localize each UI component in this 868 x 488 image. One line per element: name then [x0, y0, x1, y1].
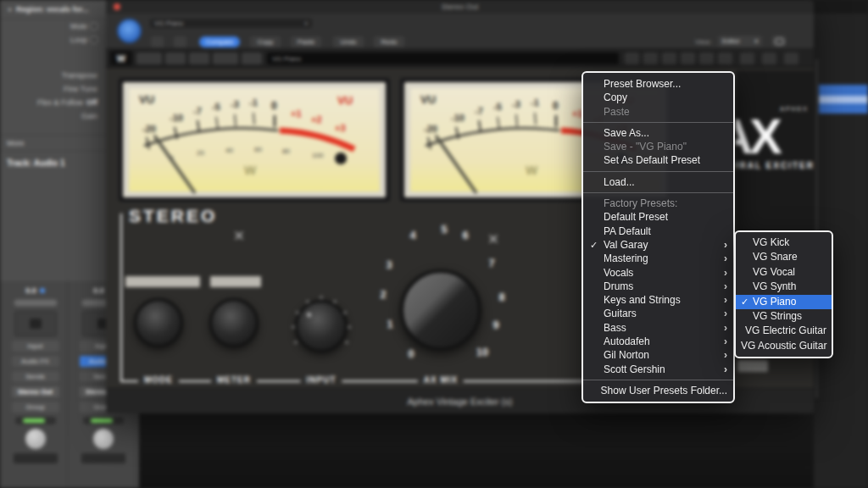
serial-text-blob: [737, 360, 768, 372]
menu-item-mastering[interactable]: Mastering›: [583, 252, 733, 265]
submenu-item-vg-piano[interactable]: ✓VG Piano: [736, 295, 832, 309]
inspector-row-flex-follow[interactable]: Flex & FollowOff: [0, 96, 106, 109]
input-knob-ticks: [284, 290, 359, 364]
copy-button[interactable]: Copy: [250, 36, 281, 47]
meter-knob[interactable]: [209, 298, 259, 347]
toolbar-icon-2[interactable]: [643, 53, 658, 64]
view-label: View:: [695, 38, 711, 46]
region-inspector-header[interactable]: ▼ Region: vocals for...: [0, 0, 106, 19]
toolbar-button-2[interactable]: [165, 53, 186, 64]
menu-item-bass[interactable]: Bass›: [583, 321, 733, 335]
toolbar-icon-8[interactable]: [762, 53, 776, 64]
menu-item-guitars[interactable]: Guitars›: [583, 307, 733, 320]
menu-item-save-as[interactable]: Save As...: [583, 126, 733, 140]
submenu-item-vg-acoustic-guitar[interactable]: VG Acoustic Guitar: [736, 339, 832, 353]
link-icon[interactable]: [772, 36, 786, 47]
pan-knob[interactable]: [25, 429, 46, 449]
plugin-name-label: Aphex Vintage Exciter (s): [408, 396, 513, 407]
toolbar-icon-6[interactable]: [718, 53, 732, 64]
inspector-row-loop[interactable]: Loop: [0, 33, 106, 47]
loop-checkbox[interactable]: [91, 36, 97, 43]
menu-item-val-garay[interactable]: ✓Val Garay›: [583, 238, 733, 252]
submenu-item-vg-vocal[interactable]: VG Vocal: [736, 265, 832, 280]
prev-preset-button[interactable]: [151, 36, 164, 47]
toolbar-icon-9[interactable]: [784, 53, 798, 64]
submenu-item-vg-kick[interactable]: VG Kick: [736, 236, 832, 250]
mute-solo-box[interactable]: [14, 311, 57, 336]
toolbar-icon-3[interactable]: [662, 53, 676, 64]
menu-item-paste[interactable]: Paste: [583, 105, 733, 119]
submenu-item-vg-synth[interactable]: VG Synth: [736, 280, 832, 294]
next-preset-button[interactable]: [174, 36, 186, 47]
toolbar-icon-1[interactable]: [625, 53, 639, 64]
knob-scale-number: 8: [498, 291, 504, 303]
track-inspector-header[interactable]: Track: Audio 1: [0, 152, 106, 175]
toolbar-button-3[interactable]: [189, 53, 209, 64]
preset-dropdown[interactable]: VG Piano ▾: [150, 19, 312, 28]
menu-item-vocals[interactable]: Vocals›: [583, 266, 733, 280]
menu-item-set-as-default[interactable]: Set As Default Preset: [583, 153, 733, 167]
strip-sends-slot[interactable]: Sends: [12, 371, 59, 382]
waves-logo[interactable]: W: [110, 51, 132, 65]
toolbar-button-4[interactable]: [213, 53, 238, 64]
selected-audio-region[interactable]: [819, 85, 868, 114]
close-button[interactable]: [114, 3, 120, 10]
strip-audiofx-slot[interactable]: Audio FX: [12, 356, 59, 367]
gain-slider[interactable]: [14, 299, 58, 307]
svg-text:-5: -5: [493, 102, 502, 112]
compare-button[interactable]: Compare: [199, 36, 240, 47]
inspector-row-fine-tune[interactable]: Fine Tune: [0, 82, 106, 96]
inspector-row-mute[interactable]: Mute: [0, 19, 106, 33]
submenu-arrow-icon: ›: [724, 238, 727, 252]
mode-label: MODE: [138, 375, 179, 385]
knob-scale-number: 5: [441, 223, 447, 236]
toolbar-button-1[interactable]: [136, 53, 162, 64]
toolbar-button-5[interactable]: [242, 53, 262, 64]
redo-button[interactable]: Redo: [374, 36, 404, 47]
menu-item-copy[interactable]: Copy: [583, 91, 733, 104]
menu-item-autodafeh[interactable]: Autodafeh›: [583, 335, 733, 348]
menu-item-preset-browser[interactable]: Preset Browser...: [583, 77, 733, 91]
plugin-titlebar[interactable]: Stereo Out: [106, 0, 814, 14]
menu-item-gil-norton[interactable]: Gil Norton›: [583, 348, 733, 362]
toolbar-icon-7[interactable]: [740, 53, 754, 64]
toolbar-icon-5[interactable]: [699, 53, 714, 64]
preset-name-field[interactable]: VG Piano: [267, 53, 619, 64]
menu-item-pa-default[interactable]: PA Default: [583, 225, 733, 238]
undo-button[interactable]: Undo: [333, 36, 364, 47]
menu-item-drums[interactable]: Drums›: [583, 280, 733, 293]
vu-pct-label: 20: [197, 149, 204, 157]
channel-strip-1: 0.0 Input Audio FX Sends Stereo Out Grou…: [0, 281, 68, 488]
submenu-item-vg-electric-guitar[interactable]: VG Electric Guitar: [736, 324, 832, 338]
knob-scale-number: 7: [488, 257, 494, 269]
volume-readout[interactable]: [81, 453, 125, 463]
inspector-row-gain[interactable]: Gain: [0, 109, 106, 123]
inspector-row-transpose[interactable]: Transpose: [0, 69, 106, 82]
volume-readout[interactable]: [14, 453, 58, 463]
menu-item-save-current[interactable]: Save - "VG Piano": [583, 140, 733, 153]
paste-button[interactable]: Paste: [291, 36, 321, 47]
menu-item-default-preset[interactable]: Default Preset: [583, 210, 733, 224]
strip-input-slot[interactable]: Input: [12, 341, 59, 352]
strip-output-slot[interactable]: Stereo Out: [12, 386, 59, 397]
chevron-down-icon: ▾: [754, 38, 758, 45]
submenu-item-vg-snare[interactable]: VG Snare: [736, 250, 832, 264]
vu-tick-label: -10: [170, 113, 183, 123]
bypass-button[interactable]: [117, 19, 142, 43]
mode-knob[interactable]: [134, 298, 183, 347]
menu-item-keys-and-strings[interactable]: Keys and Strings›: [583, 293, 733, 307]
mute-checkbox[interactable]: [91, 23, 97, 30]
inspector-more[interactable]: More: [0, 135, 106, 152]
pan-knob[interactable]: [93, 429, 114, 449]
svg-text:-7: -7: [475, 106, 483, 116]
menu-item-load[interactable]: Load...: [583, 175, 733, 189]
submenu-item-vg-strings[interactable]: VG Strings: [736, 309, 832, 324]
view-dropdown[interactable]: Editor ▾: [718, 36, 762, 47]
svg-text:VU: VU: [420, 93, 436, 106]
toolbar-icon-4[interactable]: [681, 53, 695, 64]
menu-item-show-user-presets-folder[interactable]: Show User Presets Folder...: [583, 384, 733, 397]
strip-group-slot[interactable]: Group: [12, 402, 59, 413]
ax-mix-knob[interactable]: [400, 269, 481, 351]
menu-item-scott-gershin[interactable]: Scott Gershin›: [583, 363, 733, 376]
vu-tick-label: -5: [212, 102, 220, 112]
